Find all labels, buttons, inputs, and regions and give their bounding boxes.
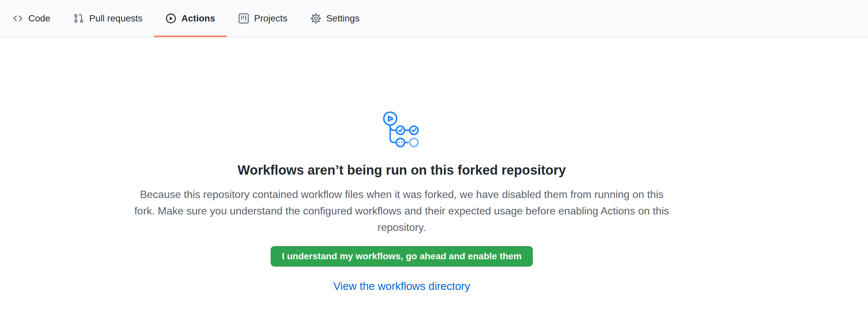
tab-label: Projects [254,14,287,23]
code-icon [12,13,23,24]
blankslate-description: Because this repository contained workfl… [128,186,675,236]
repo-tab-nav: Code Pull requests Actions Projects [0,0,868,37]
tab-label: Settings [326,14,360,23]
play-circle-icon [166,13,176,24]
tab-pull-requests[interactable]: Pull requests [62,0,154,37]
project-icon [239,13,249,24]
tab-actions[interactable]: Actions [154,0,227,37]
blankslate-heading: Workflows aren’t being run on this forke… [238,162,566,178]
tab-settings[interactable]: Settings [299,0,371,37]
gear-icon [311,13,321,24]
actions-workflow-graph-icon [383,111,421,149]
workflows-directory-link[interactable]: View the workflows directory [333,280,470,293]
tab-label: Actions [181,14,215,23]
pull-request-icon [73,13,84,24]
tab-label: Pull requests [89,14,143,23]
tab-projects[interactable]: Projects [227,0,299,37]
actions-blankslate: Workflows aren’t being run on this forke… [0,37,803,293]
enable-workflows-button[interactable]: I understand my workflows, go ahead and … [271,246,533,267]
tab-label: Code [28,14,51,23]
tab-code[interactable]: Code [1,0,62,37]
